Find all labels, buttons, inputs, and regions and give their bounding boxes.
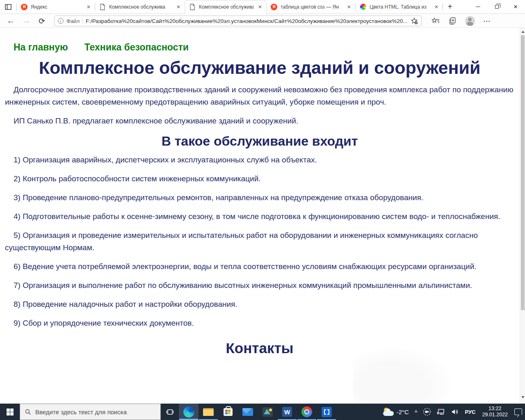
address-bar[interactable]: i Файл F:/Разработка%20сайтов/Сайт%20обс… [54,16,422,26]
page-title: Комплексное обслуживание зданий и сооруж… [5,58,514,78]
tab-kompleksnoe-2-active[interactable]: Комплексное обслужива ✕ [185,0,267,14]
page-navigation: На главную Техника безопасности [14,42,514,53]
nav-link-home[interactable]: На главную [14,42,68,53]
taskbar-app-microsoft-store[interactable] [218,404,238,420]
weather-widget[interactable]: -2°C [380,404,412,420]
tab-yandex[interactable]: Я Яндекс ✕ [17,0,95,14]
taskbar-app-brackets[interactable] [317,404,336,420]
taskbar-app-word[interactable]: W [277,404,297,420]
network-ethernet-icon [437,408,445,415]
intro-paragraph-1: Долгосрочное эксплуатирование производст… [5,84,514,108]
favorites-button[interactable] [430,15,441,27]
system-tray: -2°C ^ РУС [380,404,525,420]
favorites-hub-icon [431,17,440,25]
service-item: 4) Подготовительные работы к осенне-зимн… [5,210,514,223]
services-list: 1) Организация аварийных, диспетчерских … [5,154,514,329]
close-button[interactable]: ✕ [506,0,525,14]
tab-close-icon[interactable]: ✕ [434,4,439,10]
service-item: 2) Контроль работоспособности систем инж… [5,173,514,185]
service-item: 8) Проведение наладочных работ и настрой… [5,298,514,310]
tab-title: Цвета HTML. Таблица из [370,4,430,10]
avatar [465,16,475,26]
browser-toolbar: ← → ⟳ i Файл F:/Разработка%20сайтов/Сайт… [0,14,525,28]
forward-button[interactable]: → [20,15,33,27]
language-indicator[interactable]: РУС [462,404,478,420]
star-plus-icon [411,17,418,25]
settings-menu-button[interactable]: ··· [482,15,493,27]
meet-now-button[interactable] [420,404,434,420]
taskbar-app-image-viewer[interactable] [258,404,277,420]
tab-title: Комплексное обслужива [109,4,172,10]
tab-close-icon[interactable]: ✕ [257,4,263,10]
clock[interactable]: 13:22 29.01.2022 [478,404,511,420]
service-item: 1) Организация аварийных, диспетчерских … [5,154,514,166]
minimize-button[interactable] [468,0,487,14]
start-button[interactable] [0,404,20,420]
scroll-up-arrow[interactable] [520,29,525,35]
search-placeholder: Введите здесь текст для поиска [35,409,127,415]
nav-link-safety[interactable]: Техника безопасности [84,42,189,53]
tab-cveta-html[interactable]: Цвета HTML. Таблица из ✕ [356,0,443,14]
brackets-app-icon [322,407,332,417]
minimize-icon [476,7,480,7]
edge-icon [183,406,194,418]
windows-taskbar: Введите здесь текст для поиска W -2°C ^ [0,404,525,420]
color-wheel-icon [360,4,366,10]
chrome-icon [301,406,312,417]
contacts-title: Контакты [5,340,514,356]
tab-title: таблица цветов css — Ян [281,4,343,10]
collections-button[interactable] [447,15,459,27]
tray-overflow-button[interactable]: ^ [412,404,420,420]
taskbar-app-mail[interactable] [238,404,258,420]
word-icon: W [282,407,292,417]
action-center-button[interactable] [511,404,525,420]
scrollbar-thumb[interactable] [521,35,525,310]
tab-close-icon[interactable]: ✕ [346,4,352,10]
restore-icon [495,5,499,9]
yandex-icon: Я [21,4,27,10]
url-text: F:/Разработка%20сайтов/Сайт%20обслуживан… [86,18,408,24]
add-favorite-button[interactable] [411,17,418,25]
speaker-icon [451,408,459,415]
service-item: 7) Организация и выполнение работ по обс… [5,279,514,292]
taskbar-app-edge[interactable] [179,404,199,420]
page-scrollbar[interactable] [520,28,525,404]
tab-tablica-cvetov[interactable]: Я таблица цветов css — Ян ✕ [267,0,355,14]
tab-close-icon[interactable]: ✕ [86,4,91,10]
taskbar-app-file-explorer[interactable] [199,404,218,420]
web-page-content: На главную Техника безопасности Комплекс… [0,28,525,404]
tab-kompleksnoe-1[interactable]: Комплексное обслужива ✕ [95,0,185,14]
back-button[interactable]: ← [4,15,17,27]
restore-button[interactable] [487,0,506,14]
temperature-label: -2°C [397,409,409,415]
browser-tab-bar: Я Яндекс ✕ Комплексное обслужива ✕ Компл… [0,0,525,14]
action-center-icon [514,409,522,415]
tab-title: Яндекс [31,4,82,10]
chevron-up-icon: ^ [415,409,418,416]
network-button[interactable] [434,404,448,420]
date-label: 29.01.2022 [482,412,508,418]
toolbar-icon-group: ··· [430,15,493,27]
file-explorer-icon [203,408,214,416]
scroll-down-arrow[interactable] [520,394,525,400]
new-tab-button[interactable]: + [443,0,457,14]
tab-title: Комплексное обслужива [199,4,254,10]
tab-actions-menu-button[interactable] [0,0,16,14]
taskbar-search-box[interactable]: Введите здесь текст для поиска [20,404,161,420]
mail-icon [242,408,253,416]
task-view-icon [166,409,174,415]
refresh-button[interactable]: ⟳ [35,15,48,27]
service-item: 9) Сбор и упорядочение технических докум… [5,317,514,329]
volume-button[interactable] [448,404,462,420]
window-controls: ✕ [468,0,525,14]
search-icon [25,409,31,415]
yandex-icon: Я [271,4,277,10]
windows-logo-icon [7,409,14,415]
profile-button[interactable] [464,15,476,27]
address-separator [82,18,83,24]
tab-close-icon[interactable]: ✕ [176,4,181,10]
service-item: 5) Организация и проведение измерительны… [5,229,514,254]
task-view-button[interactable] [161,404,179,420]
taskbar-app-chrome[interactable] [297,404,317,420]
site-info-icon[interactable]: i [58,18,64,24]
